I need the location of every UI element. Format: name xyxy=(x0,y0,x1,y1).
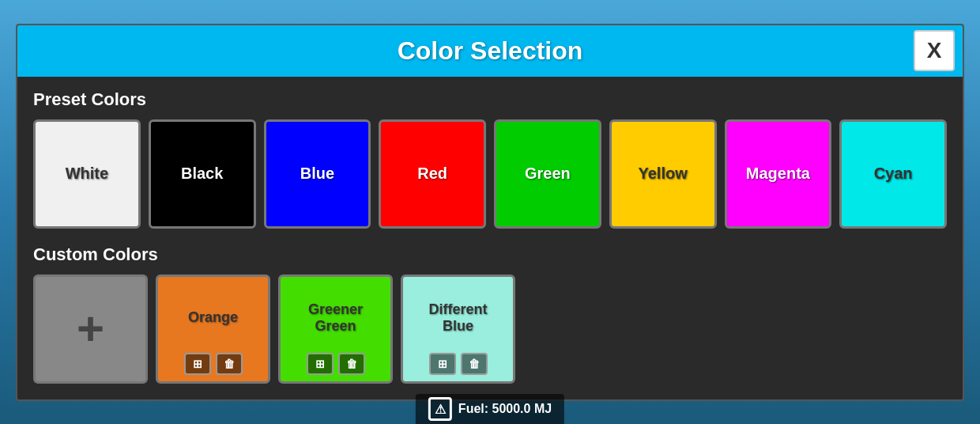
swatch-label-magenta: Magenta xyxy=(746,165,810,183)
close-button[interactable]: X xyxy=(914,30,955,71)
fuel-icon: ⚠ xyxy=(428,397,452,421)
preset-color-black[interactable]: Black xyxy=(149,119,256,229)
swatch-label-green: Green xyxy=(525,165,571,183)
custom-colors-row: + Orange ⊞ 🗑 GreenerGreen ⊞ 🗑 DifferentB… xyxy=(33,274,947,384)
preset-color-yellow[interactable]: Yellow xyxy=(609,119,717,229)
custom-color-different-blue[interactable]: DifferentBlue ⊞ 🗑 xyxy=(401,274,515,384)
preset-color-green[interactable]: Green xyxy=(494,119,601,229)
custom-swatch-label-greener-green: GreenerGreen xyxy=(305,277,366,353)
edit-icon-different-blue[interactable]: ⊞ xyxy=(429,353,456,375)
dialog-body: Preset Colors WhiteBlackBlueRedGreenYell… xyxy=(17,77,963,399)
swatch-actions-greener-green: ⊞ 🗑 xyxy=(300,353,371,375)
swatch-actions-different-blue: ⊞ 🗑 xyxy=(423,353,494,375)
swatch-label-blue: Blue xyxy=(300,165,334,183)
dialog-title: Color Selection xyxy=(398,36,583,66)
preset-color-magenta[interactable]: Magenta xyxy=(725,119,832,229)
preset-color-red[interactable]: Red xyxy=(379,119,486,229)
preset-colors-title: Preset Colors xyxy=(33,89,947,110)
fuel-label: Fuel: 5000.0 MJ xyxy=(458,402,552,416)
swatch-label-red: Red xyxy=(417,165,447,183)
custom-color-orange[interactable]: Orange ⊞ 🗑 xyxy=(156,274,270,384)
dialog-header: Color Selection X xyxy=(17,25,963,77)
custom-swatch-label-different-blue: DifferentBlue xyxy=(425,277,490,353)
custom-swatches-container: Orange ⊞ 🗑 GreenerGreen ⊞ 🗑 DifferentBlu… xyxy=(156,274,515,384)
edit-icon-greener-green[interactable]: ⊞ xyxy=(307,353,334,375)
preset-color-white[interactable]: White xyxy=(33,119,141,229)
preset-colors-row: WhiteBlackBlueRedGreenYellowMagentaCyan xyxy=(33,119,947,229)
delete-icon-greener-green[interactable]: 🗑 xyxy=(338,353,365,375)
add-custom-color-button[interactable]: + xyxy=(33,274,148,384)
swatch-label-cyan: Cyan xyxy=(874,165,913,183)
delete-icon-different-blue[interactable]: 🗑 xyxy=(461,353,488,375)
swatch-label-yellow: Yellow xyxy=(639,165,688,183)
custom-colors-title: Custom Colors xyxy=(33,244,947,265)
preset-color-blue[interactable]: Blue xyxy=(264,119,371,229)
swatch-label-black: Black xyxy=(181,165,223,183)
swatch-label-white: White xyxy=(66,165,108,183)
swatch-actions-orange: ⊞ 🗑 xyxy=(178,353,249,375)
edit-icon-orange[interactable]: ⊞ xyxy=(184,353,211,375)
fuel-bar: ⚠ Fuel: 5000.0 MJ xyxy=(416,394,564,424)
custom-color-greener-green[interactable]: GreenerGreen ⊞ 🗑 xyxy=(278,274,393,384)
delete-icon-orange[interactable]: 🗑 xyxy=(216,353,243,375)
preset-color-cyan[interactable]: Cyan xyxy=(839,119,947,229)
color-selection-dialog: Color Selection X Preset Colors WhiteBla… xyxy=(16,24,964,401)
custom-swatch-label-orange: Orange xyxy=(185,277,241,353)
